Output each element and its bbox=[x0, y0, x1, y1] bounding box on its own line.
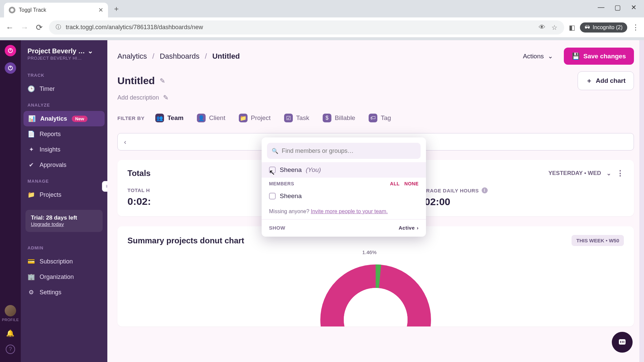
totals-range[interactable]: YESTERDAY • WED bbox=[548, 170, 601, 177]
sidebar-item-projects[interactable]: 📁 Projects bbox=[21, 187, 107, 202]
browser-chrome: Toggl Track ✕ ＋ — ▢ ✕ ← → ⟳ ⓘ track.togg… bbox=[0, 0, 644, 40]
browser-menu-icon[interactable]: ⋮ bbox=[632, 23, 639, 32]
sidebar-item-timer[interactable]: 🕒 Timer bbox=[21, 81, 107, 97]
sidebar-item-settings[interactable]: ⚙ Settings bbox=[21, 285, 107, 300]
filter-tag[interactable]: 🏷 Tag bbox=[366, 112, 394, 124]
card-icon: 💳 bbox=[28, 258, 35, 265]
sidebar-item-approvals[interactable]: ✔ Approvals bbox=[21, 157, 107, 173]
incognito-badge[interactable]: 🕶 Incognito (2) bbox=[580, 22, 627, 33]
breadcrumb-current: Untitled bbox=[212, 52, 240, 61]
filter-task[interactable]: ☑ Task bbox=[281, 112, 312, 124]
browser-titlebar: Toggl Track ✕ ＋ — ▢ ✕ bbox=[0, 0, 644, 17]
svg-rect-9 bbox=[622, 341, 623, 343]
member-search-input[interactable] bbox=[282, 147, 416, 155]
filter-bar: FILTER BY 👥 Team 👤 Client 📁 Project ☑ Ta… bbox=[107, 108, 644, 133]
filter-billable[interactable]: $ Billable bbox=[320, 112, 358, 124]
add-chart-button[interactable]: ＋ Add chart bbox=[578, 71, 634, 90]
filter-client[interactable]: 👤 Client bbox=[194, 112, 228, 124]
tab-close-icon[interactable]: ✕ bbox=[98, 6, 103, 14]
main-content: Analytics / Dashboards / Untitled Action… bbox=[107, 40, 644, 362]
billable-icon: $ bbox=[323, 114, 331, 122]
card-menu-icon[interactable]: ⋮ bbox=[616, 169, 624, 178]
chevron-down-icon: ⌄ bbox=[88, 47, 93, 55]
side-panel-icon[interactable]: ◧ bbox=[569, 23, 575, 32]
notifications-icon[interactable]: 🔔 bbox=[6, 329, 14, 337]
edit-title-icon[interactable]: ✎ bbox=[160, 77, 165, 85]
donut-svg bbox=[309, 259, 443, 326]
org-rail: PROFILE 🔔 ? bbox=[0, 40, 21, 362]
workspace-switcher[interactable]: Project Beverly … ⌄ bbox=[21, 45, 107, 56]
info-icon[interactable]: i bbox=[482, 187, 488, 193]
breadcrumb-analytics[interactable]: Analytics bbox=[117, 52, 147, 61]
sidebar-item-reports[interactable]: 📄 Reports bbox=[21, 126, 107, 142]
sidebar: Project Beverly … ⌄ PROJECT BEVERLY HI… … bbox=[21, 40, 107, 362]
chevron-down-icon: ⌄ bbox=[548, 52, 553, 60]
actions-menu-button[interactable]: Actions ⌄ bbox=[518, 49, 558, 63]
workspace-subtitle: PROJECT BEVERLY HI… bbox=[21, 56, 107, 67]
sidebar-item-label: Settings bbox=[40, 289, 61, 296]
rail-workspace-active[interactable] bbox=[5, 45, 16, 56]
eye-off-icon[interactable]: 👁 bbox=[539, 23, 545, 31]
select-none-button[interactable]: NONE bbox=[405, 181, 419, 186]
upgrade-link[interactable]: Upgrade today bbox=[31, 221, 64, 227]
browser-tab[interactable]: Toggl Track ✕ bbox=[4, 3, 108, 17]
checkbox[interactable] bbox=[269, 167, 276, 173]
team-icon: 👥 bbox=[155, 114, 164, 122]
reports-icon: 📄 bbox=[28, 130, 35, 138]
new-tab-button[interactable]: ＋ bbox=[113, 4, 120, 14]
window-minimize-icon[interactable]: — bbox=[598, 3, 604, 11]
url-field[interactable]: ⓘ track.toggl.com/analytics/7861318/dash… bbox=[49, 20, 564, 35]
filter-project[interactable]: 📁 Project bbox=[236, 112, 273, 124]
breadcrumb: Analytics / Dashboards / Untitled Action… bbox=[107, 40, 644, 68]
description-row[interactable]: Add description ✎ bbox=[107, 92, 644, 108]
members-section-header: MEMBERS ALL NONE bbox=[262, 178, 426, 188]
sidebar-item-analytics[interactable]: 📊 Analytics New bbox=[23, 111, 105, 126]
sidebar-item-label: Subscription bbox=[40, 258, 73, 265]
timer-icon: 🕒 bbox=[28, 85, 35, 93]
help-icon[interactable]: ? bbox=[6, 345, 15, 354]
checkbox[interactable] bbox=[269, 193, 276, 199]
invite-link[interactable]: Invite more people to your team. bbox=[311, 208, 388, 214]
tab-title: Toggl Track bbox=[19, 7, 95, 13]
rail-workspace-other[interactable] bbox=[5, 62, 16, 74]
nav-back-icon[interactable]: ← bbox=[5, 23, 15, 32]
trial-banner: Trial: 28 days left Upgrade today bbox=[25, 210, 103, 232]
avatar[interactable] bbox=[5, 305, 16, 316]
show-filter-row[interactable]: SHOW Active › bbox=[262, 219, 426, 237]
sidebar-item-label: Reports bbox=[40, 131, 61, 138]
sidebar-item-subscription[interactable]: 💳 Subscription bbox=[21, 254, 107, 269]
intercom-chat-button[interactable] bbox=[612, 332, 633, 353]
member-name: Sheena bbox=[280, 192, 302, 200]
donut-chart: 1.46% bbox=[127, 246, 624, 326]
nav-reload-icon[interactable]: ⟳ bbox=[34, 23, 44, 32]
tag-icon: 🏷 bbox=[369, 114, 377, 122]
svg-rect-4 bbox=[10, 66, 11, 68]
sidebar-item-organization[interactable]: 🏢 Organization bbox=[21, 269, 107, 285]
member-you-row[interactable]: Sheena (You) bbox=[262, 162, 426, 178]
project-icon: 📁 bbox=[239, 114, 248, 122]
sidebar-item-insights[interactable]: ✦ Insights bbox=[21, 142, 107, 157]
plus-icon: ＋ bbox=[586, 76, 592, 85]
date-prev-button[interactable]: ‹ bbox=[118, 138, 132, 146]
chevron-down-icon[interactable]: ⌄ bbox=[606, 170, 611, 177]
window-maximize-icon[interactable]: ▢ bbox=[614, 3, 621, 11]
dashboard-title[interactable]: Untitled bbox=[117, 75, 155, 86]
approvals-icon: ✔ bbox=[28, 161, 35, 169]
edit-desc-icon: ✎ bbox=[163, 94, 169, 102]
invite-note: Missing anyone? Invite more people to yo… bbox=[262, 204, 426, 219]
bookmark-star-icon[interactable]: ☆ bbox=[551, 23, 557, 32]
save-disk-icon: 💾 bbox=[572, 52, 580, 60]
task-icon: ☑ bbox=[284, 114, 293, 122]
breadcrumb-dashboards[interactable]: Dashboards bbox=[160, 52, 200, 61]
member-row[interactable]: Sheena bbox=[262, 188, 426, 204]
missing-text: Missing anyone? bbox=[269, 208, 311, 214]
donut-title: Summary projects donut chart bbox=[127, 236, 244, 245]
select-all-button[interactable]: ALL bbox=[390, 181, 400, 186]
filter-label: Project bbox=[251, 114, 271, 122]
window-close-icon[interactable]: ✕ bbox=[631, 3, 637, 11]
site-info-icon[interactable]: ⓘ bbox=[56, 24, 61, 31]
save-button[interactable]: 💾 Save changes bbox=[564, 48, 634, 65]
filter-team[interactable]: 👥 Team bbox=[153, 112, 186, 124]
incognito-icon: 🕶 bbox=[585, 24, 590, 31]
member-search[interactable]: 🔍 bbox=[267, 143, 421, 159]
